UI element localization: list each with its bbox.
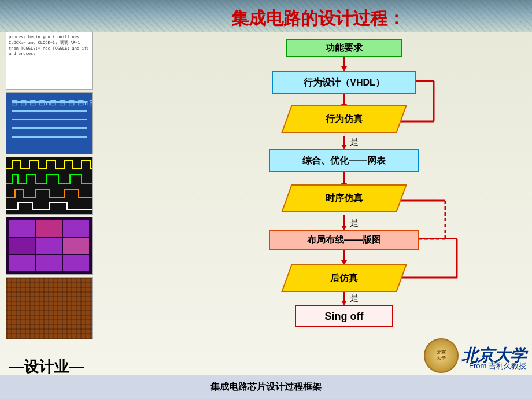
layout-image [6, 217, 93, 275]
node-func: 功能要求 [286, 39, 402, 57]
svg-marker-1 [341, 66, 347, 71]
svg-text:是: 是 [350, 293, 359, 302]
code-image: process begin you k unitlines CLOCK:= an… [6, 32, 93, 90]
node-post-sim: 后仿真 [286, 262, 402, 294]
chip-image [6, 277, 93, 339]
node-synth: 综合、优化——网表 [269, 149, 419, 172]
from-label: From 吉利久教授 [469, 361, 526, 371]
bottom-label: —设计业— [9, 357, 84, 377]
svg-text:是: 是 [350, 217, 359, 227]
svg-marker-9 [341, 226, 347, 230]
bottom-bar: 集成电路芯片设计过程框架 [0, 375, 532, 399]
node-timing-sim: 时序仿真 [286, 182, 402, 214]
university-seal: 北京大学 [424, 338, 459, 373]
flowchart: 是 是 是 否 否 否 功能要求 行为设计（VHDL） 行为仿真 综合、优化——… [243, 35, 515, 382]
circuit-image [6, 92, 93, 154]
node-signoff: Sing off [295, 305, 393, 327]
waveform-image [6, 157, 93, 215]
svg-marker-13 [341, 301, 347, 305]
left-images-column: process begin you k unitlines CLOCK:= an… [6, 32, 95, 385]
svg-marker-5 [341, 145, 347, 149]
bottom-caption: 集成电路芯片设计过程框架 [210, 381, 322, 393]
waveform-svg [6, 157, 93, 215]
svg-text:是: 是 [350, 136, 359, 146]
node-behavior-design: 行为设计（VHDL） [272, 71, 416, 94]
node-behavior-sim: 行为仿真 [286, 103, 402, 135]
node-layout: 布局布线——版图 [269, 230, 419, 250]
main-title: 集成电路的设计过程： [231, 7, 405, 31]
